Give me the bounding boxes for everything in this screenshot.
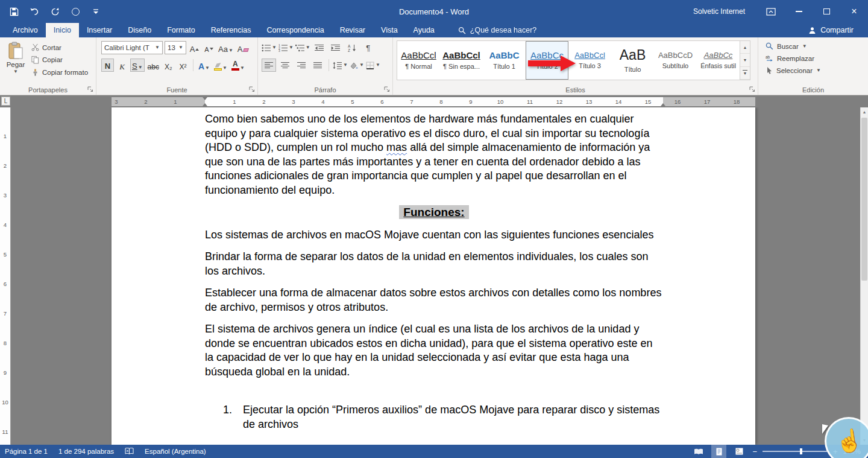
read-mode-button[interactable] [691,445,706,458]
styles-more-button[interactable]: ▼ [740,67,750,80]
tab-insertar[interactable]: Insertar [79,23,120,37]
tab-selector[interactable]: L [1,97,10,106]
numbered-list-item: 1. Ejecutar la opción “Primeros auxilios… [205,403,663,431]
font-color-button[interactable]: A▼ [230,59,246,72]
scroll-up-arrow[interactable]: ▲ [861,107,868,116]
clear-formatting-button[interactable]: A [236,41,250,54]
justify-button[interactable] [310,59,325,72]
left-indent-marker[interactable] [203,101,207,106]
replace-button[interactable]: ab Reemplazar [766,54,866,62]
vertical-scrollbar[interactable]: ▲ ▼ [860,107,868,445]
style-label: Título [624,66,641,73]
align-right-button[interactable] [294,59,309,72]
tab-inicio[interactable]: Inicio [46,23,79,37]
borders-button[interactable]: ▼ [366,59,380,72]
language-indicator[interactable]: Español (Argentina) [145,448,206,455]
paragraph-dialog-launcher[interactable] [383,86,391,93]
grow-font-button[interactable]: A [188,41,201,54]
tab-revisar[interactable]: Revisar [332,23,373,37]
italic-button[interactable]: K [116,59,128,72]
minimize-button[interactable] [785,0,813,23]
word-count[interactable]: 1 de 294 palabras [58,448,114,455]
tab-referencias[interactable]: Referencias [203,23,259,37]
tab-archivo[interactable]: Archivo [5,23,46,37]
align-left-button[interactable] [262,59,276,72]
document-page[interactable]: Como bien sabemos uno de los elementos d… [112,107,755,445]
style-label: Título 1 [493,63,515,70]
decrease-indent-button[interactable] [312,41,327,54]
close-button[interactable]: × [840,0,868,23]
maximize-button[interactable] [813,0,840,23]
right-indent-marker[interactable] [661,101,665,106]
style-preview: AaBbCc [704,51,733,60]
style-preview: AaBbC [489,51,519,61]
style-item-sin-espa[interactable]: AaBbCcl¶ Sin espa... [440,41,483,80]
highlight-button[interactable]: ▼ [213,59,228,72]
underline-button[interactable]: S▼ [130,59,145,72]
save-icon[interactable] [8,6,19,17]
redo-icon[interactable] [49,6,60,17]
tab-diseño[interactable]: Diseño [120,23,159,37]
strikethrough-button[interactable]: abc [146,59,160,72]
style-item-subtítulo[interactable]: AaBbCcDSubtítulo [654,41,697,80]
styles-scroll-up-button[interactable]: ▲ [740,41,750,54]
clipboard-dialog-launcher[interactable] [87,86,94,93]
styles-scroll-down-button[interactable]: ▼ [740,54,750,66]
ruler-number: 2 [0,162,10,169]
undo-icon[interactable] [29,6,40,17]
ribbon-display-options-button[interactable] [757,0,785,23]
sort-button[interactable]: AZ [345,41,359,54]
increase-indent-button[interactable] [329,41,343,54]
zoom-slider[interactable] [763,451,828,452]
zoom-slider-thumb[interactable] [800,448,802,454]
chevron-down-icon: ▼ [306,45,310,50]
select-button[interactable]: Seleccionar ▼ [766,66,866,74]
shading-button[interactable]: ▼ [350,59,364,72]
style-item-título[interactable]: AaBTítulo [611,41,654,80]
font-size-combo[interactable]: 13 ▼ [165,41,186,54]
style-item-normal[interactable]: AaBbCcl¶ Normal [397,41,440,80]
customize-qat-icon[interactable] [90,6,101,17]
bullets-button[interactable]: ▼ [262,41,277,54]
tab-ayuda[interactable]: Ayuda [406,23,442,37]
tab-formato[interactable]: Formato [159,23,203,37]
align-center-button[interactable] [278,59,292,72]
touch-mode-icon[interactable] [70,6,81,17]
font-dialog-launcher[interactable] [248,86,256,93]
search-icon [458,27,466,34]
tab-correspondencia[interactable]: Correspondencia [259,23,332,37]
shrink-font-button[interactable]: A [203,41,215,54]
zoom-out-button[interactable]: − [752,448,757,456]
styles-group-label: Estilos [393,86,758,94]
numbering-button[interactable]: 123▼ [278,41,294,54]
print-layout-button[interactable] [711,445,726,458]
style-item-título-1[interactable]: AaBbCTítulo 1 [483,41,526,80]
show-marks-button[interactable]: ¶ [361,41,376,54]
style-label: Título 3 [579,62,601,69]
account-name[interactable]: Solvetic Internet [693,7,745,16]
ruler-number: 6 [380,98,383,105]
text-effects-button[interactable]: A▼ [197,59,211,72]
page-count[interactable]: Página 1 de 1 [5,448,48,455]
find-button[interactable]: Buscar ▼ [766,42,866,50]
font-name-combo[interactable]: Calibri Light (T ▼ [101,41,163,54]
change-case-button[interactable]: Aa▼ [217,41,234,54]
subscript-button[interactable]: X₂ [162,59,175,72]
multilevel-list-button[interactable]: ▼ [295,41,310,54]
scrollbar-thumb[interactable] [861,118,867,281]
share-button[interactable]: Compartir [808,23,868,37]
copy-button[interactable]: Copiar [31,56,88,64]
styles-dialog-launcher[interactable] [749,86,756,93]
tab-vista[interactable]: Vista [373,23,406,37]
style-label: ¶ Sin espa... [443,63,480,70]
cut-button[interactable]: Cortar [31,43,88,51]
bold-button[interactable]: N [101,59,114,72]
format-painter-button[interactable]: Copiar formato [31,68,88,77]
style-item-énfasis-sutil[interactable]: AaBbCcÉnfasis sutil [697,41,740,80]
line-spacing-button[interactable]: ▼ [333,59,348,72]
web-layout-button[interactable] [732,445,747,458]
chevron-down-icon: ▼ [222,66,227,71]
proofing-errors-icon[interactable] [125,448,134,455]
superscript-button[interactable]: X² [177,59,189,72]
tell-me-search[interactable]: ¿Qué desea hacer? [458,23,537,37]
